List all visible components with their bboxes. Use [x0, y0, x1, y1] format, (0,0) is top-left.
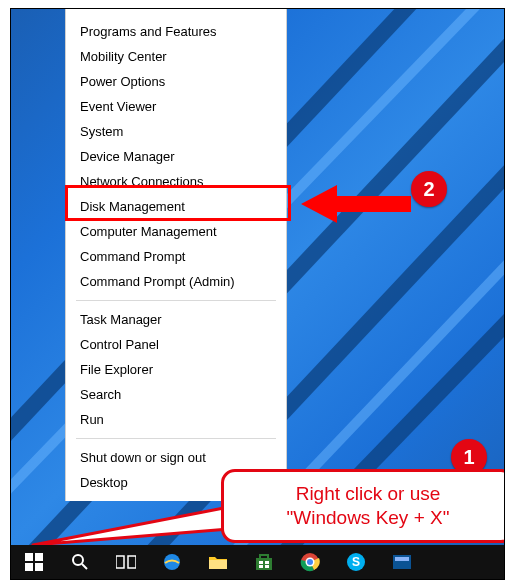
generic-app-icon — [392, 554, 412, 570]
search-button[interactable] — [57, 545, 103, 579]
menu-item-file-explorer[interactable]: File Explorer — [66, 357, 286, 382]
svg-point-25 — [307, 559, 313, 565]
menu-item-device-manager[interactable]: Device Manager — [66, 144, 286, 169]
taskview-button[interactable] — [103, 545, 149, 579]
svg-rect-29 — [395, 557, 409, 561]
svg-text:S: S — [352, 555, 360, 569]
taskbar: S — [11, 545, 504, 579]
ie-button[interactable] — [149, 545, 195, 579]
menu-item-task-manager[interactable]: Task Manager — [66, 307, 286, 332]
folder-icon — [208, 554, 228, 570]
menu-item-run[interactable]: Run — [66, 407, 286, 432]
taskview-icon — [116, 554, 136, 570]
menu-item-shutdown[interactable]: Shut down or sign out — [66, 445, 286, 470]
start-button[interactable] — [11, 545, 57, 579]
annotation-step-badge-2: 2 — [411, 171, 447, 207]
menu-item-computer-management[interactable]: Computer Management — [66, 219, 286, 244]
svg-rect-14 — [128, 556, 136, 568]
explorer-button[interactable] — [195, 545, 241, 579]
chrome-button[interactable] — [287, 545, 333, 579]
menu-separator — [76, 300, 276, 301]
menu-item-event-viewer[interactable]: Event Viewer — [66, 94, 286, 119]
annotation-step-badge-1: 1 — [451, 439, 487, 475]
menu-item-search[interactable]: Search — [66, 382, 286, 407]
menu-item-power-options[interactable]: Power Options — [66, 69, 286, 94]
menu-item-disk-management[interactable]: Disk Management — [66, 194, 286, 219]
svg-rect-21 — [259, 565, 263, 568]
windows-icon — [25, 553, 43, 571]
store-icon — [255, 553, 273, 571]
menu-item-control-panel[interactable]: Control Panel — [66, 332, 286, 357]
menu-item-network-connections[interactable]: Network Connections — [66, 169, 286, 194]
store-button[interactable] — [241, 545, 287, 579]
menu-item-system[interactable]: System — [66, 119, 286, 144]
app-button[interactable] — [379, 545, 425, 579]
menu-separator — [76, 438, 276, 439]
winx-context-menu: Programs and Features Mobility Center Po… — [65, 9, 287, 501]
svg-rect-20 — [265, 561, 269, 564]
svg-rect-10 — [35, 563, 43, 571]
menu-item-desktop[interactable]: Desktop — [66, 470, 286, 495]
svg-point-11 — [73, 555, 83, 565]
svg-rect-8 — [35, 553, 43, 561]
ie-icon — [162, 552, 182, 572]
search-icon — [71, 553, 89, 571]
svg-rect-18 — [260, 555, 268, 559]
menu-item-mobility-center[interactable]: Mobility Center — [66, 44, 286, 69]
svg-rect-16 — [209, 560, 227, 569]
svg-rect-9 — [25, 563, 33, 571]
chrome-icon — [300, 552, 320, 572]
menu-item-command-prompt-admin[interactable]: Command Prompt (Admin) — [66, 269, 286, 294]
svg-rect-13 — [116, 556, 124, 568]
menu-item-programs-features[interactable]: Programs and Features — [66, 19, 286, 44]
menu-item-command-prompt[interactable]: Command Prompt — [66, 244, 286, 269]
skype-button[interactable]: S — [333, 545, 379, 579]
skype-icon: S — [346, 552, 366, 572]
svg-line-12 — [82, 564, 87, 569]
svg-rect-19 — [259, 561, 263, 564]
svg-rect-7 — [25, 553, 33, 561]
svg-rect-22 — [265, 565, 269, 568]
